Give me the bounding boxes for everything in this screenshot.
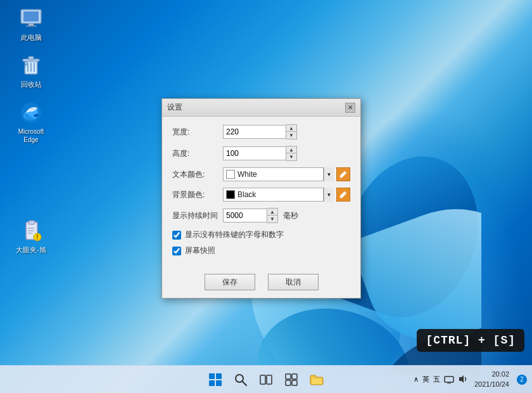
duration-label: 显示持续时间: [172, 210, 223, 221]
ime-indicator[interactable]: 五: [432, 373, 441, 385]
svg-point-25: [236, 375, 243, 382]
desktop-icon-edge[interactable]: Microsoft Edge: [9, 101, 53, 144]
duration-input-group: ▲ ▼ 毫秒: [223, 208, 350, 223]
height-spin-up[interactable]: ▲: [286, 146, 296, 153]
svg-line-26: [243, 382, 246, 385]
width-input[interactable]: [223, 125, 286, 139]
dialog-title: 设置: [167, 102, 182, 113]
settings-dialog: 设置 ✕ 宽度: ▲ ▼ 高度: ▲ ▼: [162, 98, 361, 299]
duration-unit: 毫秒: [283, 210, 298, 221]
taskbar: ∧ 英 五 20:02 2021/10/24 2: [0, 365, 532, 393]
dialog-titlebar: 设置 ✕: [162, 99, 360, 117]
height-input[interactable]: [223, 146, 286, 160]
duration-row: 显示持续时间 ▲ ▼ 毫秒: [172, 208, 350, 223]
task-view-button[interactable]: [256, 370, 276, 390]
widgets-icon: [285, 373, 298, 386]
keyboard-shortcut-text: [CTRL] + [S]: [426, 334, 516, 347]
width-input-group: ▲ ▼: [223, 124, 350, 139]
edge-icon: [19, 101, 43, 125]
taskbar-center-icons: [205, 370, 327, 390]
duration-spin-buttons: ▲ ▼: [267, 208, 278, 223]
duration-spin-up[interactable]: ▲: [267, 209, 277, 216]
windows-logo-icon: [208, 373, 222, 387]
svg-rect-13: [28, 221, 35, 224]
clock-time: 20:02: [474, 370, 509, 379]
width-spin-up[interactable]: ▲: [286, 125, 296, 132]
height-label: 高度:: [172, 148, 223, 159]
desktop-icon-recycle-bin[interactable]: 回收站: [9, 53, 53, 89]
desktop-icon-clippy[interactable]: ! 大眼夹-旭: [9, 219, 53, 254]
height-row: 高度: ▲ ▼: [172, 146, 350, 161]
svg-rect-28: [267, 375, 272, 384]
height-spin-buttons: ▲ ▼: [286, 146, 297, 161]
bg-color-label: 背景颜色:: [172, 190, 223, 200]
width-row: 宽度: ▲ ▼: [172, 124, 350, 139]
text-color-dropdown-arrow[interactable]: ▼: [324, 167, 334, 181]
clippy-icon: !: [19, 219, 43, 243]
duration-spin-down[interactable]: ▼: [267, 216, 277, 222]
tray-overflow-icon[interactable]: ∧: [412, 374, 420, 385]
svg-rect-32: [292, 380, 297, 385]
volume-icon[interactable]: [457, 373, 469, 386]
text-color-edit-button[interactable]: [336, 167, 350, 181]
svg-rect-22: [216, 373, 222, 379]
svg-rect-23: [209, 380, 215, 386]
desktop-icon-this-pc-label: 此电脑: [21, 33, 42, 42]
task-view-icon: [260, 373, 272, 386]
width-spin-down[interactable]: ▼: [286, 132, 296, 139]
svg-rect-1: [23, 11, 39, 22]
dialog-close-button[interactable]: ✕: [345, 103, 355, 113]
desktop-icon-edge-label: Microsoft Edge: [18, 127, 44, 144]
file-explorer-button[interactable]: [307, 370, 327, 390]
clock-date: 2021/10/24: [474, 380, 509, 389]
dialog-buttons: 保存 取消: [162, 269, 360, 298]
checkbox-screenshot[interactable]: [172, 247, 181, 255]
dialog-content: 宽度: ▲ ▼ 高度: ▲ ▼ 文本颜色:: [162, 117, 360, 269]
svg-rect-30: [292, 374, 297, 379]
svg-rect-6: [28, 56, 34, 60]
keyboard-shortcut-overlay: [CTRL] + [S]: [417, 329, 524, 352]
file-explorer-icon: [310, 373, 324, 386]
text-color-value: White: [238, 170, 320, 179]
language-indicator[interactable]: 英: [421, 373, 431, 385]
svg-rect-31: [286, 380, 291, 385]
svg-rect-29: [286, 374, 291, 379]
bg-color-group: Black ▼: [223, 188, 350, 202]
network-icon[interactable]: [443, 373, 455, 386]
start-button[interactable]: [205, 370, 225, 390]
checkbox-screenshot-label: 屏幕快照: [185, 245, 215, 256]
desktop-icons: 此电脑 回收站: [9, 6, 53, 144]
taskbar-system-tray: ∧ 英 五 20:02 2021/10/24 2: [412, 370, 527, 389]
desktop-icon-clippy-label: 大眼夹-旭: [16, 245, 46, 254]
pencil-icon-2: [339, 191, 347, 198]
checkbox-row-1: 显示没有特殊键的字母和数字: [172, 229, 350, 240]
system-icons-group: ∧ 英 五: [412, 373, 469, 386]
save-button[interactable]: 保存: [205, 274, 255, 290]
desktop-icon-area-bottom: ! 大眼夹-旭: [9, 219, 53, 254]
text-color-row: 文本颜色: White ▼: [172, 167, 350, 181]
cancel-button[interactable]: 取消: [268, 274, 319, 290]
svg-rect-34: [445, 377, 453, 382]
recycle-bin-icon: [19, 53, 43, 77]
widgets-button[interactable]: [281, 370, 301, 390]
bg-color-swatch: [226, 190, 235, 199]
svg-rect-27: [260, 375, 265, 384]
bg-color-edit-button[interactable]: [336, 188, 350, 202]
svg-rect-21: [209, 373, 215, 379]
width-spin-buttons: ▲ ▼: [286, 124, 297, 139]
text-color-swatch: [226, 170, 235, 179]
text-color-select-wrapper: White: [223, 167, 324, 181]
bg-color-dropdown-arrow[interactable]: ▼: [324, 188, 334, 202]
duration-input[interactable]: [223, 209, 267, 222]
width-label: 宽度:: [172, 127, 223, 138]
search-button[interactable]: [231, 370, 251, 390]
bg-color-select-wrapper: Black: [223, 188, 324, 202]
desktop-icon-this-pc[interactable]: 此电脑: [9, 6, 53, 42]
monitor-icon: [19, 6, 43, 30]
notification-badge[interactable]: 2: [517, 375, 527, 385]
clock-area[interactable]: 20:02 2021/10/24: [474, 370, 509, 389]
height-spin-down[interactable]: ▼: [286, 153, 296, 160]
bg-color-value: Black: [238, 190, 320, 199]
checkbox-show-chars-label: 显示没有特殊键的字母和数字: [185, 229, 284, 240]
checkbox-show-chars[interactable]: [172, 231, 181, 240]
